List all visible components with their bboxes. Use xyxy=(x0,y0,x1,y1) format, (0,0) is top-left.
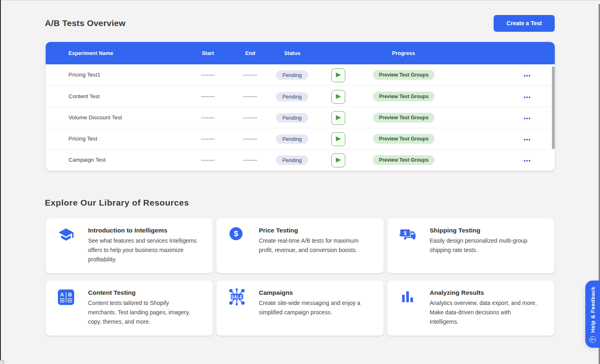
svg-text:A: A xyxy=(60,292,64,298)
svg-text:SALE: SALE xyxy=(231,295,243,299)
svg-text:B: B xyxy=(68,292,72,298)
svg-text:$: $ xyxy=(404,230,406,236)
svg-text:$: $ xyxy=(234,229,238,238)
